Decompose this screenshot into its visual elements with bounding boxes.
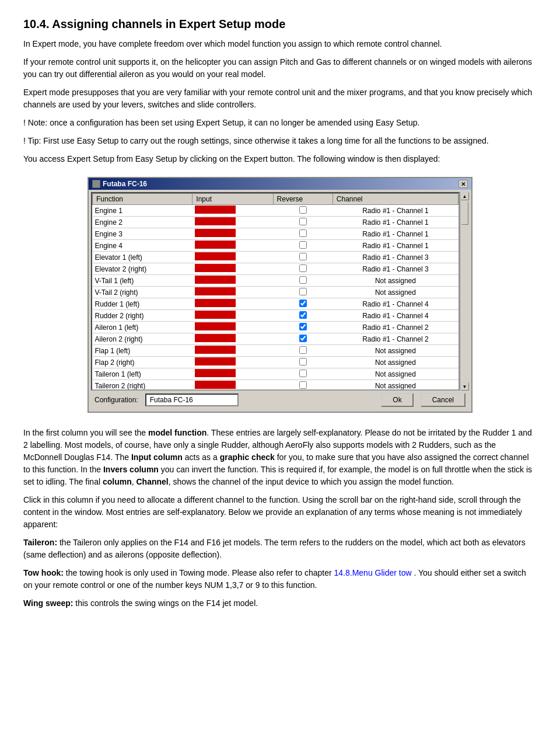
- cell-reverse[interactable]: [273, 345, 332, 357]
- cell-channel[interactable]: Not assigned: [332, 368, 458, 380]
- table-row[interactable]: Flap 2 (right)Not assigned: [93, 357, 459, 368]
- cell-channel[interactable]: Radio #1 - Channel 4: [332, 310, 458, 322]
- reverse-checkbox[interactable]: [299, 323, 307, 330]
- cell-reverse[interactable]: [273, 275, 332, 287]
- table-row[interactable]: Taileron 2 (right)Not assigned: [93, 380, 459, 391]
- reverse-checkbox[interactable]: [299, 335, 307, 342]
- cell-reverse[interactable]: [273, 263, 332, 275]
- input-bar: [195, 206, 236, 214]
- reverse-checkbox[interactable]: [299, 346, 307, 354]
- cell-input: [192, 275, 273, 287]
- cell-reverse[interactable]: [273, 310, 332, 322]
- reverse-checkbox[interactable]: [299, 218, 307, 225]
- table-row[interactable]: Engine 1Radio #1 - Channel 1: [93, 205, 459, 217]
- cell-function: Rudder 1 (left): [93, 298, 192, 310]
- input-bar: [195, 346, 236, 354]
- cell-reverse[interactable]: [273, 205, 332, 217]
- reverse-checkbox[interactable]: [299, 206, 307, 214]
- table-scroll-wrap: Function Input Reverse Channel Engine 1R…: [91, 192, 460, 391]
- cell-channel[interactable]: Radio #1 - Channel 3: [332, 252, 458, 263]
- cell-function: Engine 2: [93, 217, 192, 228]
- input-bar: [195, 357, 236, 365]
- reverse-checkbox[interactable]: [299, 241, 307, 249]
- table-row[interactable]: V-Tail 1 (left)Not assigned: [93, 275, 459, 287]
- cell-channel[interactable]: Radio #1 - Channel 4: [332, 298, 458, 310]
- table-scrollbar-area: Function Input Reverse Channel Engine 1R…: [91, 192, 469, 391]
- reverse-checkbox[interactable]: [299, 381, 307, 389]
- cell-reverse[interactable]: [273, 217, 332, 228]
- cell-reverse[interactable]: [273, 322, 332, 333]
- cell-reverse[interactable]: [273, 287, 332, 298]
- cell-channel[interactable]: Radio #1 - Channel 1: [332, 240, 458, 252]
- table-row[interactable]: V-Tail 2 (right)Not assigned: [93, 287, 459, 298]
- col-input: Input: [192, 194, 273, 205]
- table-row[interactable]: Rudder 1 (left)Radio #1 - Channel 4: [93, 298, 459, 310]
- cell-channel[interactable]: Radio #1 - Channel 2: [332, 333, 458, 345]
- config-value[interactable]: Futaba FC-16: [145, 394, 239, 406]
- cell-function: Engine 4: [93, 240, 192, 252]
- cell-function: V-Tail 1 (left): [93, 275, 192, 287]
- table-row[interactable]: Engine 2Radio #1 - Channel 1: [93, 217, 459, 228]
- towhook-para: Tow hook: the towing hook is only used i…: [23, 567, 537, 591]
- reverse-checkbox[interactable]: [299, 264, 307, 272]
- cell-reverse[interactable]: [273, 333, 332, 345]
- scrollbar-track[interactable]: ▲ ▼: [460, 192, 469, 391]
- input-bar: [195, 311, 236, 319]
- note-para: ! Note: once a configuration has been se…: [23, 117, 537, 129]
- cell-channel[interactable]: Not assigned: [332, 380, 458, 391]
- reverse-checkbox[interactable]: [299, 276, 307, 284]
- taileron-text: the Taileron only applies on the F14 and…: [23, 538, 526, 559]
- intro-para-3: Expert mode presupposes that you are ver…: [23, 86, 537, 111]
- cell-function: V-Tail 2 (right): [93, 287, 192, 298]
- table-row[interactable]: Engine 3Radio #1 - Channel 1: [93, 228, 459, 240]
- input-bar: [195, 299, 236, 307]
- reverse-checkbox[interactable]: [299, 288, 307, 295]
- cell-function: Flap 1 (left): [93, 345, 192, 357]
- cell-reverse[interactable]: [273, 252, 332, 263]
- cell-channel[interactable]: Radio #1 - Channel 2: [332, 322, 458, 333]
- cell-reverse[interactable]: [273, 228, 332, 240]
- reverse-checkbox[interactable]: [299, 358, 307, 365]
- table-row[interactable]: Taileron 1 (left)Not assigned: [93, 368, 459, 380]
- cell-channel[interactable]: Radio #1 - Channel 3: [332, 263, 458, 275]
- cell-channel[interactable]: Not assigned: [332, 357, 458, 368]
- cell-reverse[interactable]: [273, 380, 332, 391]
- table-row[interactable]: Flap 1 (left)Not assigned: [93, 345, 459, 357]
- cell-reverse[interactable]: [273, 357, 332, 368]
- towhook-text1: the towing hook is only used in Towing m…: [64, 568, 334, 577]
- reverse-checkbox[interactable]: [299, 253, 307, 260]
- scroll-down-button[interactable]: ▼: [461, 382, 469, 391]
- reverse-checkbox[interactable]: [299, 300, 307, 307]
- cell-reverse[interactable]: [273, 368, 332, 380]
- cell-channel[interactable]: Radio #1 - Channel 1: [332, 228, 458, 240]
- reverse-checkbox[interactable]: [299, 229, 307, 237]
- cell-channel[interactable]: Not assigned: [332, 275, 458, 287]
- col-function: Function: [93, 194, 192, 205]
- scroll-up-button[interactable]: ▲: [461, 192, 469, 200]
- dialog-close-button[interactable]: ✕: [459, 180, 468, 188]
- scrollbar-thumb[interactable]: [461, 201, 468, 225]
- cell-reverse[interactable]: [273, 240, 332, 252]
- para1-bold-graphic-check: graphic check: [220, 452, 275, 462]
- channels-table-area: Function Input Reverse Channel Engine 1R…: [91, 192, 460, 391]
- towhook-link[interactable]: 14.8.Menu Glider tow: [334, 568, 412, 577]
- cell-channel[interactable]: Not assigned: [332, 345, 458, 357]
- cell-input: [192, 205, 273, 217]
- table-row[interactable]: Aileron 2 (right)Radio #1 - Channel 2: [93, 333, 459, 345]
- table-row[interactable]: Elevator 2 (right)Radio #1 - Channel 3: [93, 263, 459, 275]
- cell-channel[interactable]: Radio #1 - Channel 1: [332, 217, 458, 228]
- table-row[interactable]: Aileron 1 (left)Radio #1 - Channel 2: [93, 322, 459, 333]
- cancel-button[interactable]: Cancel: [421, 393, 466, 407]
- cell-channel[interactable]: Radio #1 - Channel 1: [332, 205, 458, 217]
- table-row[interactable]: Rudder 2 (right)Radio #1 - Channel 4: [93, 310, 459, 322]
- table-row[interactable]: Elevator 1 (left)Radio #1 - Channel 3: [93, 252, 459, 263]
- cell-reverse[interactable]: [273, 298, 332, 310]
- reverse-checkbox[interactable]: [299, 370, 307, 377]
- reverse-checkbox[interactable]: [299, 311, 307, 319]
- cell-channel[interactable]: Not assigned: [332, 287, 458, 298]
- table-row[interactable]: Engine 4Radio #1 - Channel 1: [93, 240, 459, 252]
- input-bar: [195, 276, 236, 284]
- ok-button[interactable]: Ok: [381, 393, 413, 407]
- dialog-footer: Configuration: Futaba FC-16 Ok Cancel: [91, 391, 469, 409]
- config-label: Configuration:: [94, 396, 138, 404]
